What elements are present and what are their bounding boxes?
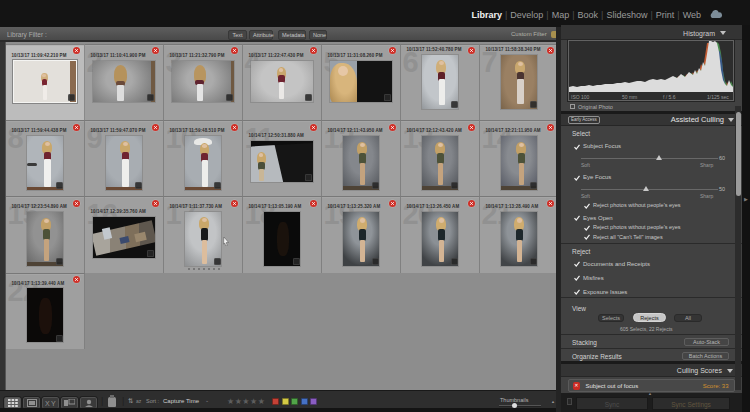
svg-text:Y: Y bbox=[51, 400, 56, 407]
svg-text:X: X bbox=[45, 400, 50, 407]
